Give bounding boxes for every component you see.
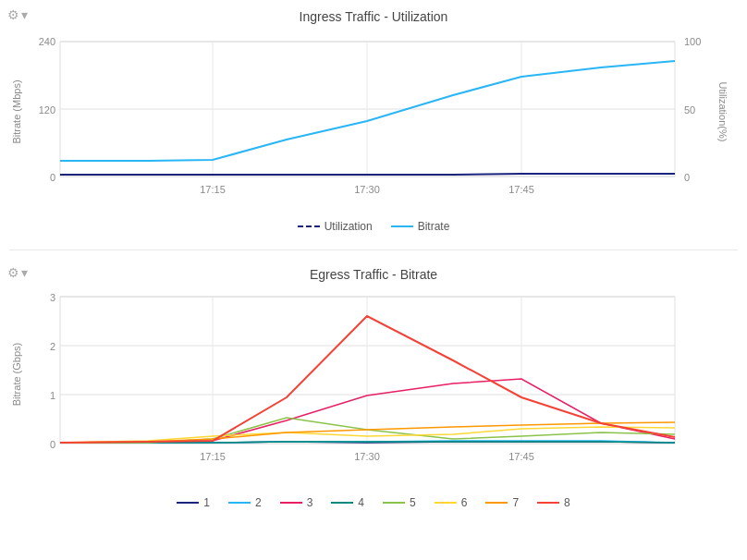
line6-label: 6 [461, 496, 468, 509]
chart1-legend: Utilization Bitrate [0, 220, 747, 233]
line5-label: 5 [410, 496, 416, 509]
chart1-area: 0 120 240 0 50 100 Bitrate (Mbps) Utiliz… [9, 29, 738, 216]
line1-legend [177, 502, 199, 504]
chart-divider [9, 250, 738, 250]
chart1-gear[interactable]: ⚙ ▾ [7, 7, 28, 22]
svg-text:3: 3 [50, 292, 55, 303]
svg-text:17:45: 17:45 [508, 451, 534, 462]
svg-text:120: 120 [39, 104, 55, 116]
legend-8: 8 [537, 496, 570, 509]
line2-legend [228, 502, 251, 504]
line3-legend [280, 502, 302, 504]
bitrate-label: Bitrate [418, 220, 450, 233]
legend-6: 6 [435, 496, 468, 509]
svg-text:50: 50 [684, 104, 695, 116]
line4-legend [331, 502, 353, 504]
svg-text:0: 0 [684, 172, 690, 183]
line3-label: 3 [307, 496, 313, 509]
line2-label: 2 [255, 496, 262, 509]
svg-text:0: 0 [50, 172, 55, 183]
chart1-svg: 0 120 240 0 50 100 Bitrate (Mbps) Utiliz… [9, 29, 730, 213]
legend-1: 1 [177, 496, 210, 509]
svg-text:17:15: 17:15 [200, 451, 226, 462]
svg-text:17:30: 17:30 [354, 184, 380, 195]
chart2-gear[interactable]: ⚙ ▾ [7, 265, 28, 280]
legend-5: 5 [383, 496, 416, 509]
legend-bitrate: Bitrate [391, 220, 450, 233]
legend-2: 2 [228, 496, 262, 509]
chart2-legend: 1 2 3 4 5 6 7 8 [0, 496, 747, 509]
legend-7: 7 [485, 496, 519, 509]
chart2-title: Egress Traffic - Bitrate [0, 267, 747, 282]
utilization-legend-line [298, 225, 320, 227]
svg-text:2: 2 [50, 341, 55, 352]
line1-label: 1 [203, 496, 210, 509]
svg-text:1: 1 [50, 390, 55, 401]
svg-text:100: 100 [684, 36, 701, 47]
caret-icon: ▾ [21, 7, 28, 22]
svg-text:17:30: 17:30 [354, 451, 380, 462]
svg-text:Bitrate (Mbps): Bitrate (Mbps) [11, 79, 22, 143]
caret-icon2: ▾ [21, 265, 28, 280]
legend-3: 3 [280, 496, 313, 509]
gear-icon: ⚙ [7, 7, 19, 22]
svg-text:0: 0 [50, 439, 55, 450]
svg-text:Bitrate (Gbps): Bitrate (Gbps) [11, 343, 22, 406]
svg-text:17:45: 17:45 [508, 184, 534, 195]
svg-text:240: 240 [39, 36, 55, 47]
utilization-label: Utilization [325, 220, 373, 233]
gear-icon2: ⚙ [7, 265, 19, 280]
line4-label: 4 [358, 496, 364, 509]
chart2-svg: 0 1 2 3 Bitrate (Gbps) 17:15 17:30 17:45 [9, 286, 730, 490]
bitrate-legend-line [391, 225, 413, 227]
chart2-area: 0 1 2 3 Bitrate (Gbps) 17:15 17:30 17:45 [9, 286, 738, 493]
line8-label: 8 [564, 496, 570, 509]
svg-text:17:15: 17:15 [200, 184, 226, 195]
ingress-chart: ⚙ ▾ Ingress Traffic - Utilization 0 120 … [0, 0, 747, 242]
svg-text:Utilization(%): Utilization(%) [717, 82, 729, 142]
line8-legend [537, 502, 559, 504]
line6-legend [435, 502, 457, 504]
egress-chart: ⚙ ▾ Egress Traffic - Bitrate 0 1 2 3 Bit… [0, 258, 747, 518]
legend-utilization: Utilization [298, 220, 373, 233]
line7-label: 7 [512, 496, 519, 509]
chart1-title: Ingress Traffic - Utilization [0, 9, 747, 24]
line7-legend [485, 502, 508, 504]
legend-4: 4 [331, 496, 364, 509]
line5-legend [383, 502, 405, 504]
